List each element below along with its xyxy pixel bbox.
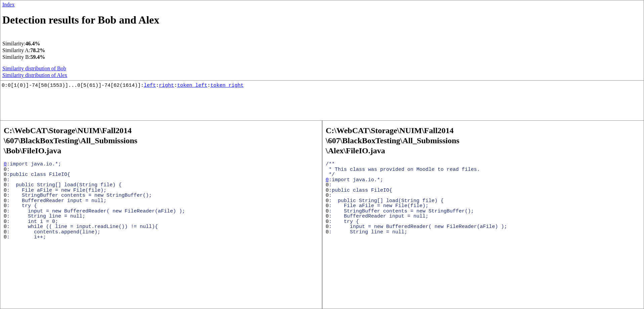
right-code-frame[interactable]: C:\WebCAT\Storage\NUIM\Fall2014 \607\Bla…: [322, 120, 644, 309]
left-code-frame[interactable]: C:\WebCAT\Storage\NUIM\Fall2014 \607\Bla…: [0, 120, 322, 309]
distribution-bob-link[interactable]: Similarity distribution of Bob: [2, 66, 66, 71]
nav-token-left-link[interactable]: token left: [177, 83, 207, 88]
right-file-path: C:\WebCAT\Storage\NUIM\Fall2014 \607\Bla…: [326, 125, 642, 156]
nav-right-link[interactable]: right: [159, 83, 174, 88]
similarity-overall: Similarity:46.4%: [2, 40, 642, 47]
left-code-listing: 0:import java.io.*; 0: 0:public class Fi…: [4, 162, 320, 240]
right-code-listing: /** * This class was provided on Moodle …: [326, 162, 642, 235]
similarity-value: 46.4%: [25, 41, 40, 46]
nav-token-right-link[interactable]: token right: [210, 83, 244, 88]
nav-sep: :: [156, 83, 159, 88]
match-range-text: 0:0[1(0)]-74[58(1553)]...0[5(61)]-74[62(…: [2, 83, 144, 88]
match-navigation-frame[interactable]: 0:0[1(0)]-74[58(1553)]...0[5(61)]-74[62(…: [0, 81, 644, 120]
nav-left-link[interactable]: left: [144, 83, 156, 88]
similarity-a-value: 78.2%: [30, 47, 45, 53]
index-link[interactable]: Index: [2, 2, 14, 7]
nav-sep: :: [174, 83, 177, 88]
bottom-frames: C:\WebCAT\Storage\NUIM\Fall2014 \607\Bla…: [0, 120, 644, 309]
left-file-path: C:\WebCAT\Storage\NUIM\Fall2014 \607\Bla…: [4, 125, 320, 156]
similarity-label: Similarity:: [2, 41, 25, 46]
top-frame[interactable]: Index Detection results for Bob and Alex…: [0, 0, 644, 81]
frameset: Index Detection results for Bob and Alex…: [0, 0, 644, 309]
distribution-alex-link[interactable]: Similarity distribution of Alex: [2, 72, 67, 78]
distribution-links: Similarity distribution of Bob Similarit…: [2, 65, 642, 79]
code-anchor[interactable]: 0: [4, 161, 7, 167]
similarity-b-label: Similarity B:: [2, 54, 30, 60]
similarity-a-label: Similarity A:: [2, 47, 30, 53]
similarity-a: Similarity A:78.2%: [2, 47, 642, 54]
similarity-b: Similarity B:59.4%: [2, 54, 642, 61]
code-anchor[interactable]: 0: [326, 177, 329, 183]
similarity-b-value: 59.4%: [30, 54, 45, 60]
nav-sep: :: [207, 83, 210, 88]
page-title: Detection results for Bob and Alex: [2, 14, 642, 26]
